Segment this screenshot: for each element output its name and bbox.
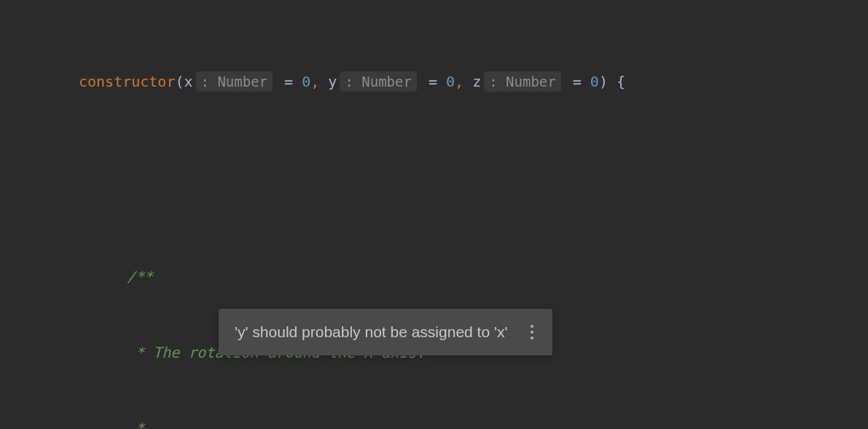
tooltip-message: 'y' should probably not be assigned to '… [235, 320, 507, 344]
param-x: x [184, 71, 193, 93]
inspection-tooltip[interactable]: 'y' should probably not be assigned to '… [219, 309, 552, 355]
default-x: 0 [302, 71, 310, 93]
doc-line: * [0, 412, 868, 429]
paren-open: ( [175, 71, 184, 93]
doc-open: /** [0, 261, 868, 293]
paren-close: ) [599, 71, 608, 93]
code-line-signature: constructor(x: Number = 0, y: Number = 0… [0, 66, 868, 98]
blank-line [0, 163, 868, 195]
default-z: 0 [590, 71, 599, 93]
param-y: y [328, 71, 337, 93]
param-z: z [472, 71, 481, 93]
type-hint-y: : Number [340, 71, 417, 93]
default-y: 0 [446, 71, 455, 93]
type-hint-x: : Number [196, 71, 273, 93]
brace-open: { [608, 71, 625, 93]
keyword-constructor: constructor [79, 71, 175, 93]
more-vert-icon[interactable] [528, 322, 536, 342]
type-hint-z: : Number [484, 71, 561, 93]
code-editor[interactable]: constructor(x: Number = 0, y: Number = 0… [0, 0, 868, 429]
